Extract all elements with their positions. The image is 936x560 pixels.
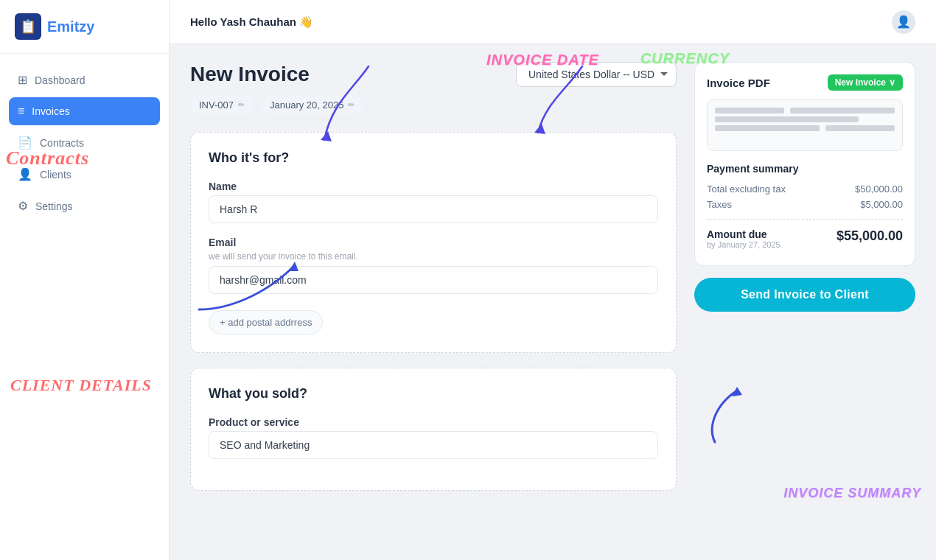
invoice-meta: INV-007 ✏ January 20, 2025 ✏: [190, 96, 677, 114]
currency-select[interactable]: United States Dollar -- USD: [516, 62, 677, 87]
invoice-number-badge: INV-007 ✏: [190, 96, 254, 114]
product-group: Product or service: [209, 416, 658, 459]
main-content: Hello Yash Chauhan 👋 👤 INVOICE DATE CURR…: [170, 0, 936, 560]
product-label: Product or service: [209, 416, 658, 428]
email-group: Email we will send your invoice to this …: [209, 237, 658, 294]
email-sublabel: we will send your invoice to this email.: [209, 251, 658, 262]
name-input[interactable]: [209, 195, 658, 223]
dashboard-icon: ⊞: [18, 73, 27, 87]
pdf-card-header: Invoice PDF New Invoice ∨: [707, 74, 903, 91]
client-section-title: Who it's for?: [209, 150, 658, 166]
sidebar-item-settings[interactable]: ⚙ Settings: [9, 192, 160, 220]
app-logo-text: Emitzy: [47, 18, 94, 35]
amount-due-date: by January 27, 2025: [707, 240, 780, 249]
pdf-line: [715, 116, 859, 122]
pdf-line: [825, 125, 895, 131]
chevron-down-icon: ∨: [889, 77, 895, 88]
amount-due-value: $55,000.00: [837, 228, 903, 249]
pdf-preview-lines: [715, 108, 895, 131]
amount-due-row: Amount due by January 27, 2025 $55,000.0…: [707, 219, 903, 249]
invoice-title: New Invoice: [190, 63, 310, 86]
pdf-line: [715, 108, 784, 113]
user-avatar[interactable]: 👤: [892, 10, 915, 34]
sold-section-title: What you sold?: [209, 386, 658, 402]
invoice-number-edit-icon[interactable]: ✏: [238, 100, 245, 110]
pdf-line: [715, 125, 820, 131]
pdf-line: [790, 108, 895, 113]
product-input[interactable]: [209, 431, 658, 459]
amount-due-label: Amount due: [707, 228, 780, 240]
invoice-date-edit-icon[interactable]: ✏: [348, 100, 355, 110]
sidebar-logo: 📋 Emitzy: [0, 0, 169, 54]
pdf-preview: [707, 99, 903, 151]
client-section: Who it's for? Name Email we will send yo…: [190, 132, 677, 353]
sidebar: 📋 Emitzy ⊞ Dashboard ≡ Invoices 📄 Contra…: [0, 0, 170, 560]
contracts-icon: 📄: [18, 136, 32, 150]
new-invoice-badge[interactable]: New Invoice ∨: [828, 74, 903, 91]
name-group: Name: [209, 181, 658, 223]
settings-icon: ⚙: [18, 199, 28, 213]
sidebar-nav: ⊞ Dashboard ≡ Invoices 📄 Contracts 👤 Cli…: [0, 54, 169, 232]
invoices-icon: ≡: [18, 105, 24, 118]
invoice-pdf-card: Invoice PDF New Invoice ∨: [694, 62, 915, 266]
invoice-title-row: New Invoice United States Dollar -- USD: [190, 62, 677, 87]
email-label: Email: [209, 237, 658, 248]
pdf-card-title: Invoice PDF: [707, 77, 770, 89]
header: Hello Yash Chauhan 👋 👤: [170, 0, 936, 44]
send-invoice-button[interactable]: Send Invoice to Client: [694, 278, 915, 312]
app-logo-icon: 📋: [15, 13, 41, 40]
invoice-form: New Invoice United States Dollar -- USD …: [190, 62, 694, 542]
sidebar-item-contracts[interactable]: 📄 Contracts: [9, 128, 160, 157]
total-excl-tax-row: Total excluding tax $50,000.00: [707, 183, 903, 195]
taxes-row: Taxes $5,000.00: [707, 199, 903, 210]
clients-icon: 👤: [18, 167, 32, 181]
invoice-date-badge: January 20, 2025 ✏: [261, 96, 363, 114]
sidebar-item-invoices[interactable]: ≡ Invoices: [9, 97, 160, 125]
add-postal-button[interactable]: + add postal addrress: [209, 310, 323, 335]
sold-section: What you sold? Product or service: [190, 368, 677, 491]
payment-summary-title: Payment summary: [707, 163, 903, 175]
right-panel: Invoice PDF New Invoice ∨: [694, 62, 915, 542]
sidebar-item-clients[interactable]: 👤 Clients: [9, 160, 160, 189]
greeting-text: Hello Yash Chauhan 👋: [190, 15, 313, 29]
content-area: INVOICE DATE CURRENCY INVOICE SUMMARY Ne…: [170, 44, 936, 560]
email-input[interactable]: [209, 266, 658, 294]
name-label: Name: [209, 181, 658, 192]
sidebar-item-dashboard[interactable]: ⊞ Dashboard: [9, 66, 160, 94]
